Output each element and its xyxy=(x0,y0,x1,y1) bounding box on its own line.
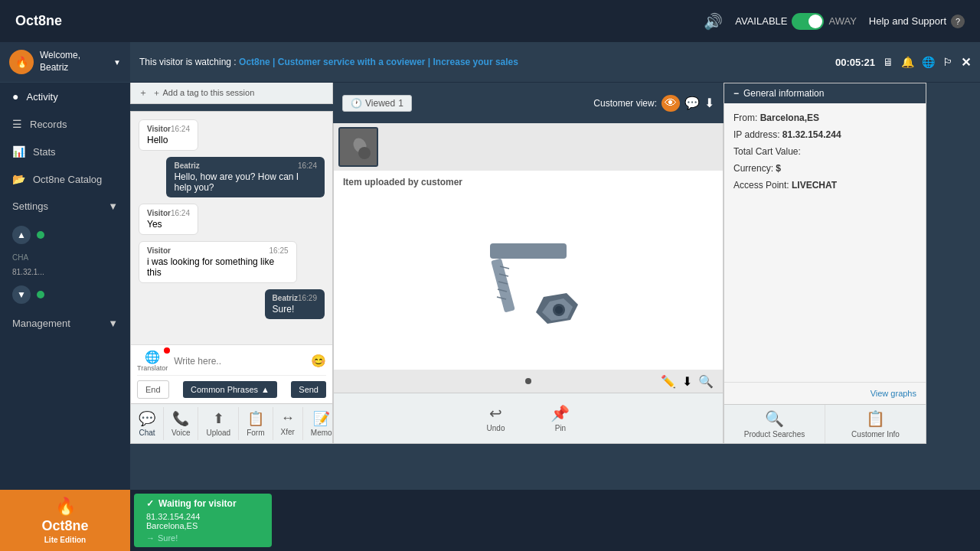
msg-agent: Beatriz 16:24 Hello, how are you? How ca… xyxy=(166,157,325,197)
waiting-details: 81.32.154.244 Barcelona,ES xyxy=(146,512,260,530)
message-row: Beatriz 16:24 Hello, how are you? How ca… xyxy=(139,157,325,197)
info-row-ip: IP address: 81.32.154.244 xyxy=(733,129,916,140)
sidebar-item-records[interactable]: ☰ Records xyxy=(0,110,130,138)
toolbar-chat-btn[interactable]: 💬 Chat xyxy=(131,407,164,440)
help-label: Help and Support xyxy=(869,15,946,27)
customer-info-icon: 📋 xyxy=(866,409,885,428)
chat-messages: Visitor 16:24 Hello Beatriz 16:24 Hello,… xyxy=(131,112,332,344)
oct8ne-edition: Lite Edition xyxy=(44,536,86,544)
svg-point-13 xyxy=(555,306,563,314)
message-row: Visitor 16:25 i was looking for somethin… xyxy=(139,241,325,283)
bell-icon[interactable]: 🔔 xyxy=(901,56,914,68)
info-header: − General information xyxy=(724,83,926,103)
sidebar-section-settings[interactable]: Settings ▼ xyxy=(0,193,130,220)
send-btn[interactable]: Send xyxy=(291,381,326,398)
search-icon: 🔍 xyxy=(765,409,784,428)
info-bottom-bar: 🔍 Product Searches 📋 Customer Info xyxy=(724,404,926,443)
monitor-icon[interactable]: 🖥 xyxy=(883,56,893,68)
form-icon: 📋 xyxy=(247,410,264,427)
view-graphs-btn[interactable]: View graphs xyxy=(724,382,926,404)
msg-header-agent: Beatriz 16:24 xyxy=(174,161,317,170)
msg-visitor: Visitor 16:25 i was looking for somethin… xyxy=(139,241,297,283)
pin-btn[interactable]: 📌 Pin xyxy=(535,401,585,435)
translator-btn[interactable]: 🌐 Translator xyxy=(137,350,168,372)
end-btn[interactable]: End xyxy=(137,380,169,399)
chat-list-area: ▲ xyxy=(0,220,130,250)
msg-header: Visitor 16:24 xyxy=(147,209,190,217)
sidebar-user[interactable]: 🔥 Welcome, Beatriz ▼ xyxy=(0,42,130,83)
sidebar-item-label: Activity xyxy=(26,91,57,103)
message-row: Visitor 16:24 Hello xyxy=(139,119,325,151)
msg-time: 16:24 xyxy=(171,125,190,133)
toggle-knob xyxy=(808,15,822,28)
sidebar-item-catalog[interactable]: 📂 Oct8ne Catalog xyxy=(0,165,130,193)
notification-right: 00:05:21 🖥 🔔 🌐 🏳 ✕ xyxy=(835,55,971,70)
thumbnail-item[interactable] xyxy=(338,127,378,167)
available-toggle[interactable] xyxy=(792,13,824,30)
msg-text: Hello xyxy=(147,135,168,145)
info-ip: IP address: 81.32.154.244 xyxy=(733,129,916,140)
toolbar-form-btn[interactable]: 📋 Form xyxy=(239,407,273,440)
pin-icon: 📌 xyxy=(550,404,570,422)
arrow-icon: → xyxy=(146,533,155,543)
svg-rect-4 xyxy=(491,258,515,312)
avatar: 🔥 xyxy=(9,50,34,74)
close-icon[interactable]: ✕ xyxy=(961,55,971,70)
prev-chat-btn[interactable]: ▲ xyxy=(12,226,31,244)
translator-label: Translator xyxy=(137,364,168,372)
flag-icon[interactable]: 🏳 xyxy=(942,56,953,68)
session-timer: 00:05:21 xyxy=(835,57,875,68)
sidebar-item-activity[interactable]: ● Activity xyxy=(0,83,130,110)
info-row-access: Access Point: LIVECHAT xyxy=(733,180,916,191)
waiting-card[interactable]: ✓ Waiting for visitor 81.32.154.244 Barc… xyxy=(134,494,272,547)
edit-icon[interactable]: ✏️ xyxy=(661,374,676,389)
eye-icon[interactable]: 👁 xyxy=(662,95,680,112)
user-name: Welcome, Beatriz xyxy=(40,50,80,73)
undo-icon: ↩ xyxy=(489,404,502,422)
zoom-icon[interactable]: 🔍 xyxy=(698,374,714,389)
thumbnail-img xyxy=(340,129,378,167)
toolbar-voice-btn[interactable]: 📞 Voice xyxy=(164,407,198,440)
minus-icon[interactable]: − xyxy=(733,88,739,99)
sidebar-section-management[interactable]: Management ▼ xyxy=(0,310,130,337)
stats-icon: 📊 xyxy=(12,145,25,158)
toolbar-chat-label: Chat xyxy=(139,429,155,437)
image-display: Item uploaded by customer xyxy=(333,171,724,370)
chevron-up-icon: ▲ xyxy=(261,385,270,394)
viewed-badge: 🕐 Viewed 1 xyxy=(342,95,412,112)
management-label: Management xyxy=(12,318,70,329)
toolbar-xfer-btn[interactable]: ↔ Xfer xyxy=(273,407,303,440)
viewer-top-bar: 🕐 Viewed 1 Customer view: 👁 💬 ⬇ xyxy=(333,83,724,123)
toolbar-xfer-label: Xfer xyxy=(281,428,295,436)
download-icon[interactable]: ⬇ xyxy=(682,374,692,389)
add-tag-row[interactable]: ＋ ＋ Add a tag to this session xyxy=(130,83,333,104)
away-label: AWAY xyxy=(828,15,856,27)
emoji-icon[interactable]: 😊 xyxy=(311,354,326,368)
toolbar-form-label: Form xyxy=(247,429,264,437)
oct8ne-logo-text: Oct8ne xyxy=(41,518,88,534)
common-phrases-btn[interactable]: Common Phrases ▲ xyxy=(183,381,277,398)
next-chat-btn[interactable]: ▼ xyxy=(12,285,31,304)
info-access: Access Point: LIVECHAT xyxy=(733,180,916,191)
translator-badge xyxy=(164,347,170,354)
browser-icon[interactable]: 🌐 xyxy=(922,56,935,68)
chat-input-row: 🌐 Translator 😊 xyxy=(137,350,326,372)
info-row-currency: Currency: $ xyxy=(733,163,916,174)
customer-view-controls: Customer view: 👁 💬 ⬇ xyxy=(593,95,714,112)
undo-btn[interactable]: ↩ Undo xyxy=(472,401,521,435)
download-icon[interactable]: ⬇ xyxy=(704,96,714,110)
sound-icon[interactable]: 🔊 xyxy=(704,12,723,31)
sidebar-item-stats[interactable]: 📊 Stats xyxy=(0,138,130,165)
chat-input[interactable] xyxy=(171,353,308,370)
waiting-response: → Sure! xyxy=(146,533,260,543)
product-searches-tab[interactable]: 🔍 Product Searches xyxy=(724,405,825,443)
customer-info-tab[interactable]: 📋 Customer Info xyxy=(825,405,926,443)
toolbar-upload-btn[interactable]: ⬆ Upload xyxy=(198,407,239,440)
add-tag-label: ＋ Add a tag to this session xyxy=(152,87,254,99)
help-support-btn[interactable]: Help and Support ? xyxy=(869,15,965,28)
msg-time: 16:29 xyxy=(298,294,317,302)
undo-label: Undo xyxy=(487,424,505,432)
chat-bubble-icon[interactable]: 💬 xyxy=(684,96,700,110)
info-row-cart: Total Cart Value: xyxy=(733,146,916,157)
management-chevron: ▼ xyxy=(108,318,118,329)
